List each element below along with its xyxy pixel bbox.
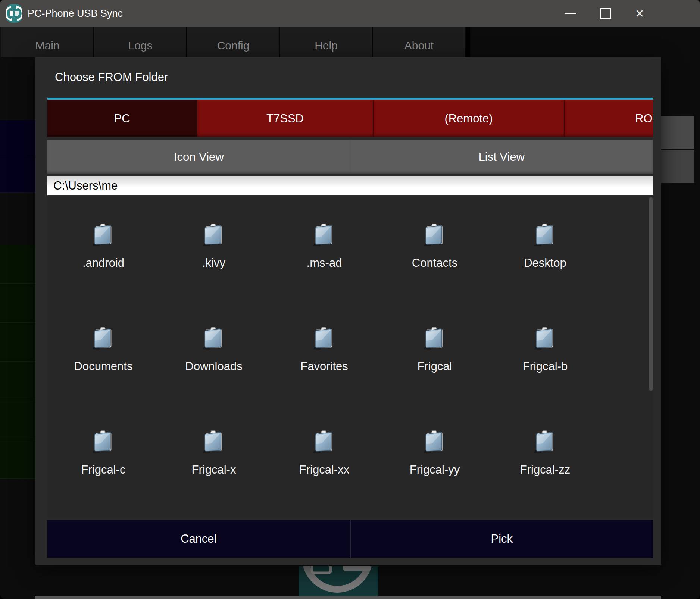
background-list-row <box>0 156 36 193</box>
folder-icon <box>310 325 338 352</box>
folder-name: Downloads <box>185 360 242 373</box>
background-list-row <box>0 245 36 284</box>
folder-icon <box>200 325 228 352</box>
folder-icon <box>89 428 118 455</box>
folder-item[interactable]: .ms-ad <box>269 221 379 325</box>
background-list-row <box>0 362 36 400</box>
drive-tab[interactable]: ROOT <box>565 100 653 137</box>
maximize-button[interactable] <box>588 0 622 27</box>
folder-item[interactable]: Frigcal-xx <box>269 428 379 518</box>
folder-item[interactable]: Frigcal-yy <box>379 428 490 518</box>
folder-item[interactable]: Desktop <box>490 221 600 325</box>
folder-grid: .android <box>48 221 600 518</box>
choose-folder-dialog: Choose FROM Folder PC T7SSD (Remote) ROO… <box>35 57 661 565</box>
pick-button[interactable]: Pick <box>351 520 653 558</box>
folder-item[interactable]: Frigcal <box>379 325 490 428</box>
sync-logo-icon <box>299 566 378 596</box>
folder-name: .kivy <box>202 256 225 270</box>
folder-name: Contacts <box>412 256 457 270</box>
background-list-row <box>0 120 36 156</box>
folder-item[interactable]: Documents <box>48 325 159 428</box>
background-divider <box>35 596 661 599</box>
folder-name: Favorites <box>300 360 348 373</box>
drive-tab[interactable]: PC <box>47 100 197 137</box>
view-toggle: Icon View List View <box>47 140 653 174</box>
folder-name: Frigcal <box>417 360 452 373</box>
scrollbar[interactable] <box>649 197 653 391</box>
menu-tab[interactable]: Help <box>280 27 373 57</box>
background-list-row <box>0 439 36 479</box>
folder-name: Frigcal-x <box>192 463 236 477</box>
menu-tab[interactable]: Logs <box>94 27 187 57</box>
menu-tab[interactable]: Config <box>187 27 280 57</box>
view-mode-button[interactable]: Icon View <box>47 140 350 174</box>
folder-icon <box>200 221 228 248</box>
background-list-row <box>0 323 36 362</box>
menu-tab[interactable]: About <box>373 27 466 57</box>
folder-icon <box>89 325 118 352</box>
titlebar: PC-Phone USB Sync × <box>0 0 700 27</box>
folder-name: Desktop <box>524 256 566 270</box>
folder-item[interactable]: .kivy <box>159 221 269 325</box>
dialog-title: Choose FROM Folder <box>55 71 168 84</box>
maximize-icon <box>600 8 611 19</box>
menu-tab[interactable]: Main <box>1 27 94 57</box>
folder-icon <box>531 221 559 248</box>
folder-icon <box>310 221 338 248</box>
folder-icon <box>421 428 449 455</box>
folder-icon <box>531 428 559 455</box>
folder-name: Frigcal-xx <box>299 463 349 477</box>
folder-item[interactable]: Favorites <box>269 325 379 428</box>
drive-tab-bar: PC T7SSD (Remote) ROOT <box>47 100 653 137</box>
folder-browser: .android <box>47 197 653 518</box>
menu-tab-bar: Main Logs Config Help About <box>1 27 470 57</box>
dialog-actions: Cancel Pick <box>47 520 653 558</box>
minimize-icon <box>565 13 576 14</box>
folder-icon <box>310 428 338 455</box>
folder-icon <box>421 325 449 352</box>
folder-item[interactable]: Downloads <box>159 325 269 428</box>
background-button <box>661 116 694 149</box>
folder-item[interactable]: Contacts <box>379 221 490 325</box>
folder-name: .android <box>82 256 124 270</box>
folder-item[interactable]: Frigcal-c <box>48 428 159 518</box>
folder-name: Documents <box>74 360 133 373</box>
view-mode-button[interactable]: List View <box>350 140 653 174</box>
screen: PC-Phone USB Sync × Main Logs Config Hel… <box>0 0 700 599</box>
folder-icon <box>531 325 559 352</box>
accent-rule <box>47 98 653 100</box>
folder-item[interactable]: .android <box>48 221 159 325</box>
window-controls: × <box>554 0 657 27</box>
folder-icon <box>200 428 228 455</box>
close-icon: × <box>635 6 644 21</box>
pc-phone-sync-icon <box>6 4 22 23</box>
minimize-button[interactable] <box>554 0 588 27</box>
drive-tab[interactable]: T7SSD <box>197 100 374 137</box>
current-path-field[interactable]: C:\Users\me <box>47 176 653 195</box>
app-window: PC-Phone USB Sync × Main Logs Config Hel… <box>0 0 700 599</box>
background-list-row <box>0 400 36 439</box>
folder-icon <box>421 221 449 248</box>
window-title: PC-Phone USB Sync <box>28 0 123 27</box>
background-list-row <box>0 284 36 323</box>
folder-item[interactable]: Frigcal-zz <box>490 428 600 518</box>
cancel-button[interactable]: Cancel <box>47 520 351 558</box>
folder-item[interactable]: Frigcal-x <box>159 428 269 518</box>
folder-item[interactable]: Frigcal-b <box>490 325 600 428</box>
folder-name: Frigcal-zz <box>520 463 570 477</box>
folder-icon <box>89 221 118 248</box>
folder-name: Frigcal-yy <box>410 463 460 477</box>
background-button <box>661 150 694 183</box>
drive-tab[interactable]: (Remote) <box>374 100 565 137</box>
folder-name: Frigcal-b <box>523 360 568 373</box>
folder-name: .ms-ad <box>307 256 342 270</box>
close-button[interactable]: × <box>622 0 657 27</box>
folder-name: Frigcal-c <box>81 463 126 477</box>
